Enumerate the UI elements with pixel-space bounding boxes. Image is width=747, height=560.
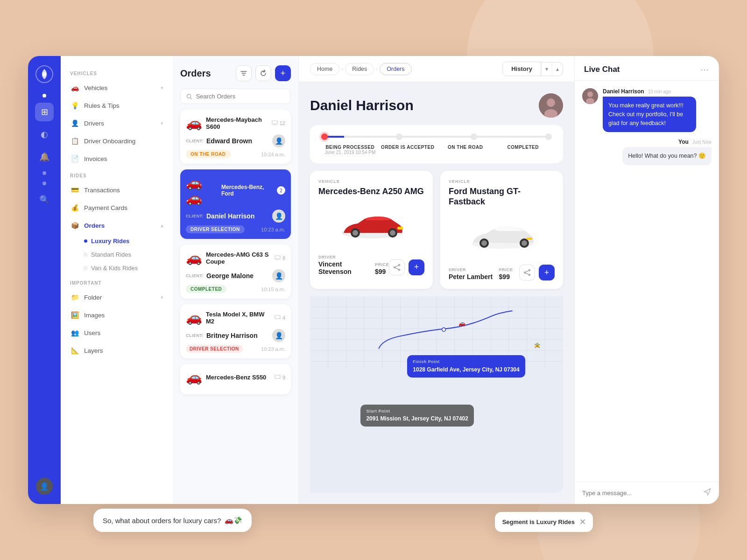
payment-icon: 💰: [70, 203, 79, 212]
sidebar-item-drivers[interactable]: 👤 Drivers ▾: [61, 114, 173, 132]
order-card-5[interactable]: 🚗 Mercedes-Benz S550 9: [180, 364, 291, 394]
chat-message-2: You Just Now Hello! What do you mean? 🙂: [582, 139, 712, 165]
step-dot-4: [545, 133, 552, 140]
user-detail-avatar: [539, 93, 563, 118]
refresh-button[interactable]: [255, 65, 271, 81]
chat-options-btn[interactable]: ⋯: [700, 64, 710, 75]
map-end-pin: Finish Point 1028 Garfield Ave, Jersey C…: [407, 355, 525, 377]
svg-point-13: [399, 264, 400, 266]
status-badge-4: DRIVER SELECTION: [186, 345, 243, 353]
svg-point-8: [352, 230, 358, 236]
segment-close-btn[interactable]: ✕: [579, 518, 585, 526]
order-card-4[interactable]: 🚗 Tesla Model X, BMW M2 4 CLIENT: Britne…: [180, 304, 291, 358]
section-vehicles-label: VEHICLES: [61, 65, 173, 79]
nav-icon-moon[interactable]: ◐: [35, 125, 54, 144]
sidebar-sub-luxury[interactable]: Luxury Rides: [61, 234, 173, 248]
client-avatar-4: 👤: [272, 329, 285, 342]
layers-icon: 📐: [70, 346, 79, 355]
svg-point-4: [547, 98, 555, 107]
search-box[interactable]: [180, 89, 291, 104]
add-order-button[interactable]: +: [275, 65, 291, 81]
nav-dot-1: [42, 94, 46, 98]
sidebar-sub-vankids[interactable]: Van & Kids Rides: [61, 261, 173, 275]
history-button[interactable]: History: [502, 62, 541, 76]
rules-icon: 💡: [70, 101, 79, 110]
step-dot-1: [321, 133, 328, 140]
vehicle-card-1: VEHICLE Mercedes-Benz A250 AMG: [310, 171, 433, 289]
history-btn-group: History ▾ ▴: [502, 62, 563, 76]
sidebar-item-images[interactable]: 🖼️ Images: [61, 306, 173, 324]
sidebar-item-onboarding[interactable]: 📋 Driver Onboarding: [61, 132, 173, 150]
svg-point-23: [529, 274, 530, 276]
chat-messages: Daniel Harrison 10 min ago You make real…: [575, 81, 719, 482]
vehicle-2-driver: DRIVER Peter Lambert: [449, 267, 493, 280]
search-input[interactable]: [196, 93, 285, 100]
filter-button[interactable]: [236, 65, 252, 81]
vehicle-1-share-btn[interactable]: [389, 259, 405, 275]
svg-point-21: [524, 272, 525, 273]
app-logo[interactable]: [35, 65, 53, 83]
progress-track: [321, 133, 552, 140]
chat-avatar-1: [582, 88, 598, 104]
svg-rect-11: [397, 227, 403, 230]
chat-text-2: Hello! What do you mean? 🙂: [622, 147, 712, 165]
svg-text:🚗: 🚗: [458, 320, 466, 327]
sidebar-item-vehicles[interactable]: 🚗 Vehicles ▾: [61, 79, 173, 97]
orders-panel: Orders + 🚗 Mercedes-Maybach S600: [173, 56, 299, 504]
sidebar-item-orders[interactable]: 📦 Orders ▴: [61, 217, 173, 234]
vehicle-2-add-btn[interactable]: +: [539, 265, 555, 280]
status-badge-1: ON THE ROAD: [186, 150, 231, 158]
progress-section: BEING PROCESSED June 21, 2019 10:54 PM O…: [310, 125, 563, 163]
map-area: 🚗 🚖 Start Point 2091 Mission St, Jersey …: [310, 296, 563, 493]
svg-point-10: [390, 230, 395, 236]
sidebar-item-users[interactable]: 👥 Users: [61, 324, 173, 342]
step-dot-3: [471, 133, 477, 140]
nav-dot-2: [42, 171, 46, 175]
sidebar-item-rules[interactable]: 💡 Rules & Tips: [61, 97, 173, 114]
client-avatar-2: 👤: [272, 210, 285, 223]
nav-icon-grid[interactable]: ⊞: [35, 103, 54, 121]
order-card-3[interactable]: 🚗 Mercedes-AMG C63 S Coupe 8 CLIENT: Geo…: [180, 245, 291, 299]
nav-sidebar: ⊞ ◐ 🔔 🔍 👤: [28, 56, 61, 504]
user-name: Daniel Harrison: [310, 98, 414, 113]
user-avatar-nav[interactable]: 👤: [36, 478, 53, 495]
sidebar-item-folder[interactable]: 📁 Folder ▾: [61, 288, 173, 306]
vehicle-1-add-btn[interactable]: +: [409, 259, 424, 275]
chat-header: Live Chat ⋯: [575, 56, 719, 81]
chevron-down-btn[interactable]: ▾: [541, 63, 552, 76]
sidebar-item-payment[interactable]: 💰 Payment Cards: [61, 199, 173, 217]
sidebar-item-layers[interactable]: 📐 Layers: [61, 342, 173, 359]
breadcrumb-rides[interactable]: Rides: [345, 63, 374, 75]
chat-title: Live Chat: [584, 65, 620, 74]
svg-point-17: [481, 240, 487, 246]
vehicle-img-2: [449, 212, 555, 259]
sidebar-item-transactions[interactable]: 💳 Transactions: [61, 181, 173, 199]
chat-text-1: You make really great work!!! Check out …: [603, 97, 696, 132]
sidebar-item-invoices[interactable]: 📄 Invoices: [61, 150, 173, 168]
order-card-1[interactable]: 🚗 Mercedes-Maybach S600 12 CLIENT: Edwar…: [180, 110, 291, 164]
orders-title: Orders: [180, 68, 211, 79]
content-area: Daniel Harrison: [299, 82, 574, 504]
chat-input-area: [575, 482, 719, 504]
svg-text:🚖: 🚖: [534, 342, 541, 349]
svg-rect-20: [527, 238, 532, 240]
floating-segment-badge: Segment is Luxury Rides ✕: [495, 512, 593, 532]
vehicle-2-share-btn[interactable]: [519, 265, 535, 280]
vehicle-1-btns: +: [389, 259, 424, 275]
order-card-2[interactable]: 🚗🚗 Mercedes-Benz, Ford 2 CLIENT: Daniel …: [180, 169, 291, 239]
breadcrumb-orders[interactable]: Orders: [380, 63, 411, 75]
breadcrumb-bar: Home › Rides › Orders History ▾ ▴: [299, 56, 574, 82]
chat-send-btn[interactable]: [703, 488, 712, 498]
nav-icon-search[interactable]: 🔍: [35, 190, 54, 209]
chat-message-1: Daniel Harrison 10 min ago You make real…: [582, 88, 712, 132]
chevron-up-btn[interactable]: ▴: [552, 63, 563, 76]
vehicle-cards-row: VEHICLE Mercedes-Benz A250 AMG: [310, 171, 563, 289]
sidebar-sub-standart[interactable]: Standart Rides: [61, 248, 173, 261]
chat-input[interactable]: [582, 490, 698, 497]
nav-icon-bell[interactable]: 🔔: [35, 147, 54, 166]
client-avatar-3: 👤: [272, 269, 285, 282]
onboarding-icon: 📋: [70, 136, 79, 146]
svg-point-14: [399, 269, 400, 270]
detail-header: Daniel Harrison: [310, 93, 563, 118]
breadcrumb-home[interactable]: Home: [310, 63, 339, 75]
